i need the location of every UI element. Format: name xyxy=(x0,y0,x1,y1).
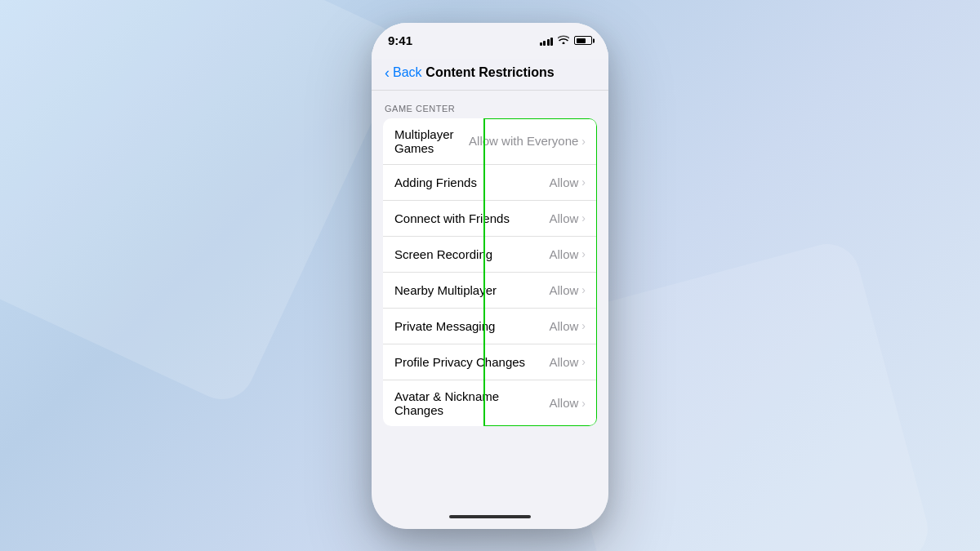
row-value-text: Allow xyxy=(549,247,578,261)
home-indicator xyxy=(372,504,608,529)
status-time: 9:41 xyxy=(388,33,412,47)
back-button[interactable]: ‹ Back xyxy=(385,65,422,80)
signal-icon xyxy=(540,36,554,46)
row-label: Profile Privacy Changes xyxy=(394,355,549,369)
section-header: GAME CENTER xyxy=(372,104,608,118)
row-value: Allow › xyxy=(549,355,586,369)
settings-row[interactable]: Screen Recording Allow › xyxy=(383,237,597,273)
screen: 9:41 ‹ Bac xyxy=(372,23,608,529)
battery-icon xyxy=(574,36,592,45)
game-center-section: GAME CENTER Multiplayer Games Allow with… xyxy=(372,104,608,426)
settings-group: Multiplayer Games Allow with Everyone › … xyxy=(383,118,597,426)
row-label: Avatar & Nickname Changes xyxy=(394,389,549,417)
row-value-text: Allow xyxy=(549,319,578,333)
phone-frame: 9:41 ‹ Bac xyxy=(372,23,608,529)
row-value: Allow with Everyone › xyxy=(469,134,586,148)
settings-row[interactable]: Connect with Friends Allow › xyxy=(383,201,597,237)
row-value-text: Allow xyxy=(549,211,578,225)
home-bar xyxy=(449,515,531,518)
chevron-icon: › xyxy=(581,355,586,368)
row-value-text: Allow xyxy=(549,396,578,410)
settings-row[interactable]: Profile Privacy Changes Allow › xyxy=(383,344,597,380)
wifi-icon xyxy=(558,35,569,47)
row-value-text: Allow xyxy=(549,355,578,369)
settings-row[interactable]: Private Messaging Allow › xyxy=(383,309,597,344)
settings-row[interactable]: Adding Friends Allow › xyxy=(383,165,597,201)
row-label: Connect with Friends xyxy=(394,211,549,225)
row-label: Adding Friends xyxy=(394,176,549,189)
back-label[interactable]: Back xyxy=(393,65,422,80)
settings-row[interactable]: Nearby Multiplayer Allow › xyxy=(383,273,597,309)
row-value-text: Allow with Everyone xyxy=(469,134,578,148)
page-title: Content Restrictions xyxy=(425,65,554,80)
row-value: Allow › xyxy=(549,247,586,261)
settings-row[interactable]: Multiplayer Games Allow with Everyone › xyxy=(383,118,597,165)
chevron-icon: › xyxy=(581,397,586,410)
row-value: Allow › xyxy=(549,211,586,225)
row-value-text: Allow xyxy=(549,176,578,189)
row-label: Nearby Multiplayer xyxy=(394,283,549,297)
chevron-icon: › xyxy=(581,176,586,189)
back-chevron-icon: ‹ xyxy=(385,65,390,80)
chevron-icon: › xyxy=(581,211,586,224)
chevron-icon: › xyxy=(581,135,586,148)
settings-row[interactable]: Avatar & Nickname Changes Allow › xyxy=(383,380,597,426)
row-label: Screen Recording xyxy=(394,247,549,261)
row-label: Multiplayer Games xyxy=(394,127,469,155)
row-value-text: Allow xyxy=(549,283,578,297)
row-value: Allow › xyxy=(549,319,586,333)
status-icons xyxy=(540,35,593,47)
scroll-area[interactable]: GAME CENTER Multiplayer Games Allow with… xyxy=(372,91,608,504)
row-label: Private Messaging xyxy=(394,319,549,333)
row-value: Allow › xyxy=(549,176,586,189)
chevron-icon: › xyxy=(581,319,586,332)
status-bar: 9:41 xyxy=(372,23,608,59)
nav-header: ‹ Back Content Restrictions xyxy=(372,59,608,91)
chevron-icon: › xyxy=(581,247,586,260)
row-value: Allow › xyxy=(549,396,586,410)
row-value: Allow › xyxy=(549,283,586,297)
chevron-icon: › xyxy=(581,283,586,296)
